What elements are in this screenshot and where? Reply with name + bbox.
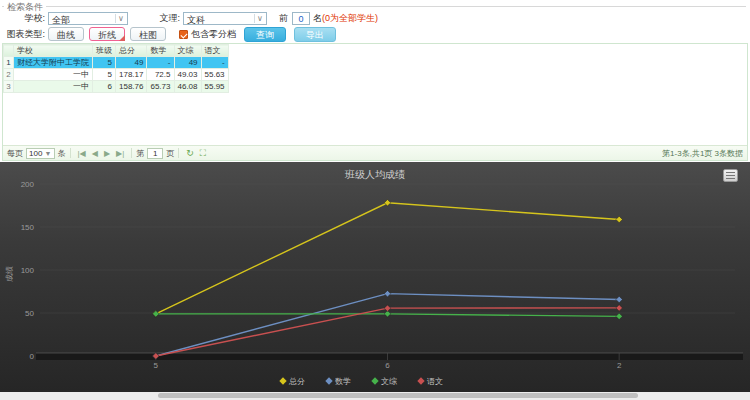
query-button[interactable]: 查询: [244, 27, 286, 42]
x-tick-label: 6: [385, 361, 390, 370]
data-point[interactable]: [616, 305, 623, 312]
table-cell[interactable]: 49: [174, 57, 201, 69]
column-header-school[interactable]: 学校: [14, 45, 93, 57]
track-select-value: 文科: [187, 15, 205, 25]
prev-page-icon[interactable]: ◀: [92, 149, 98, 158]
pager-info: 第1-3条,共1页 3条数据: [662, 148, 743, 159]
next-page-icon[interactable]: ▶: [104, 149, 110, 158]
school-label: 学校:: [0, 12, 45, 25]
legend-item-3[interactable]: 语文: [417, 377, 443, 386]
bottom-shadow: [158, 393, 638, 398]
last-page-icon[interactable]: ▶|: [116, 149, 124, 158]
series-line-1[interactable]: [156, 294, 619, 356]
table-cell[interactable]: 一中: [14, 81, 93, 93]
include-zero-label: 包含零分档: [191, 28, 236, 41]
legend-label: 总分: [288, 377, 305, 386]
search-form-row-1: 学校: 全部 ∨ 文理: 文科 ∨ 前 0 名 (0为全部学生): [0, 11, 750, 25]
table-cell[interactable]: -: [201, 57, 228, 69]
bottom-strip: [0, 392, 750, 400]
data-point[interactable]: [616, 216, 623, 223]
pager: 每页 100 ▼ 条 |◀ ◀ ▶ ▶| 第 1 页 ↻ ⛶ 第1-3条,共1页…: [3, 145, 747, 160]
table-cell[interactable]: 72.5: [147, 69, 174, 81]
data-point[interactable]: [153, 311, 160, 318]
legend-marker: [417, 377, 424, 384]
x-tick-label: 5: [154, 361, 159, 370]
table-row[interactable]: 1财经大学附中工学院549-49-: [4, 57, 229, 69]
per-page-suffix: 条: [58, 148, 66, 159]
row-number-cell: 1: [4, 57, 14, 69]
data-point[interactable]: [384, 290, 391, 297]
legend-label: 文综: [381, 377, 397, 386]
column-header-wenzong[interactable]: 文综: [174, 45, 201, 57]
pager-divider: [131, 148, 132, 158]
legend-item-2[interactable]: 文综: [371, 377, 397, 386]
score-table: 学校 班级 总分 数学 文综 语文 1财经大学附中工学院549-49-2一中51…: [3, 44, 229, 93]
export-button[interactable]: 导出: [294, 27, 336, 42]
table-cell[interactable]: 财经大学附中工学院: [14, 57, 93, 69]
data-point[interactable]: [616, 313, 623, 320]
table-row[interactable]: 2一中5178.1772.549.0355.63: [4, 69, 229, 81]
chevron-down-icon: ∨: [115, 14, 126, 23]
chart-type-button-curve[interactable]: 曲线: [48, 27, 84, 41]
row-number-cell: 3: [4, 81, 14, 93]
chart-type-label: 图表类型:: [0, 28, 45, 41]
y-tick-label: 0: [30, 352, 35, 361]
page-suffix: 页: [166, 148, 174, 159]
legend-label: 语文: [427, 377, 443, 386]
legend-item-1[interactable]: 数学: [325, 377, 351, 386]
school-select[interactable]: 全部 ∨: [48, 12, 128, 25]
table-body: 1财经大学附中工学院549-49-2一中5178.1772.549.0355.6…: [4, 57, 229, 93]
table-cell[interactable]: 6: [93, 81, 116, 93]
column-header-chinese[interactable]: 语文: [201, 45, 228, 57]
top-n-input[interactable]: 0: [292, 12, 310, 25]
pager-divider: [178, 148, 179, 158]
chart-type-button-bar[interactable]: 柱图: [130, 27, 166, 41]
table-row[interactable]: 3一中6158.7665.7346.0855.95: [4, 81, 229, 93]
chart-type-button-polyline[interactable]: 折线: [89, 27, 125, 41]
chart-section: 班级人均成绩050100150200成绩562总分数学文综语文: [0, 162, 750, 392]
per-page-label: 每页: [7, 148, 23, 159]
legend-label: 数学: [335, 377, 351, 386]
page-number-input[interactable]: 1: [147, 148, 163, 159]
legend-item-0[interactable]: 总分: [279, 377, 305, 386]
y-tick-label: 200: [21, 180, 35, 189]
table-cell[interactable]: -: [147, 57, 174, 69]
table-cell[interactable]: 46.08: [174, 81, 201, 93]
data-point[interactable]: [616, 296, 623, 303]
chart-menu-icon[interactable]: [723, 169, 738, 182]
column-header-class[interactable]: 班级: [93, 45, 116, 57]
chevron-down-icon: ∨: [254, 14, 265, 23]
search-panel: 检索条件 学校: 全部 ∨ 文理: 文科 ∨ 前 0 名 (0为全部学生) 图表…: [0, 0, 750, 43]
track-select[interactable]: 文科 ∨: [183, 12, 267, 25]
table-cell[interactable]: 49.03: [174, 69, 201, 81]
table-cell[interactable]: 5: [93, 57, 116, 69]
table-cell[interactable]: 158.76: [116, 81, 147, 93]
top-n-suffix: 名: [313, 12, 322, 25]
first-page-icon[interactable]: |◀: [78, 149, 86, 158]
legend-marker: [325, 377, 332, 384]
data-point[interactable]: [384, 305, 391, 312]
row-number-header: [4, 45, 14, 57]
data-grid: 学校 班级 总分 数学 文综 语文 1财经大学附中工学院549-49-2一中51…: [2, 43, 748, 161]
table-cell[interactable]: 一中: [14, 69, 93, 81]
refresh-icon[interactable]: ↻: [186, 148, 194, 158]
table-cell[interactable]: 5: [93, 69, 116, 81]
table-cell[interactable]: 55.63: [201, 69, 228, 81]
table-header-row: 学校 班级 总分 数学 文综 语文: [4, 45, 229, 57]
column-header-total[interactable]: 总分: [116, 45, 147, 57]
page-prefix: 第: [136, 148, 144, 159]
table-cell[interactable]: 55.95: [201, 81, 228, 93]
column-header-math[interactable]: 数学: [147, 45, 174, 57]
per-page-select[interactable]: 100 ▼: [26, 148, 55, 159]
table-cell[interactable]: 49: [116, 57, 147, 69]
table-cell[interactable]: 65.73: [147, 81, 174, 93]
data-point[interactable]: [384, 200, 391, 207]
include-zero-checkbox[interactable]: [179, 30, 188, 39]
top-n-hint: (0为全部学生): [322, 12, 378, 25]
table-cell[interactable]: 178.17: [116, 69, 147, 81]
expand-icon[interactable]: ⛶: [200, 148, 206, 159]
legend-marker: [279, 377, 286, 384]
y-axis-label: 成绩: [5, 266, 14, 282]
x-axis-band: [36, 353, 743, 360]
chart-title: 班级人均成绩: [344, 169, 405, 180]
